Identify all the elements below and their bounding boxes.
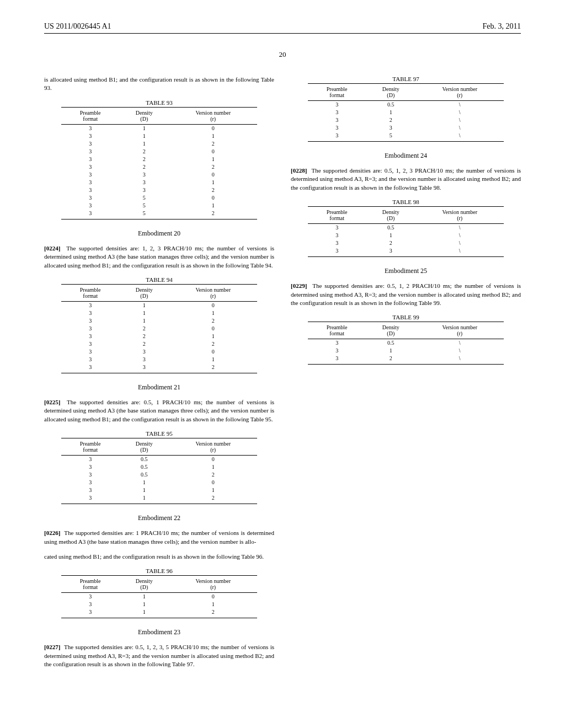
page-number: 20 xyxy=(44,50,521,59)
table-cell: 1 xyxy=(119,309,169,317)
table-cell: 0 xyxy=(169,171,257,179)
table-row: 322 xyxy=(61,340,257,348)
table-row: 321 xyxy=(61,156,257,163)
para-text-0229: The supported densities are: 0.5, 1, 2 P… xyxy=(291,282,521,306)
publication-number: US 2011/0026445 A1 xyxy=(44,22,111,31)
table-row: 330 xyxy=(61,348,257,356)
table-cell: 1 xyxy=(169,333,257,340)
table-header-cell: Density(D) xyxy=(366,322,416,339)
table-cell: 1 xyxy=(119,301,169,309)
table-row: 330 xyxy=(61,171,257,179)
table-cell: 2 xyxy=(119,333,169,340)
content-columns: is allocated using method B1; and the co… xyxy=(44,76,521,682)
table-cell: \ xyxy=(416,239,504,247)
publication-date: Feb. 3, 2011 xyxy=(483,22,521,31)
table-cell: 0 xyxy=(169,348,257,356)
embodiment-23-title: Embodiment 23 xyxy=(44,628,274,636)
intro-paragraph-right: cated using method B1; and the configura… xyxy=(44,553,274,561)
table-cell: 3 xyxy=(119,363,169,373)
table-cell: 5 xyxy=(119,194,169,202)
table-row: 32\ xyxy=(308,116,503,124)
para-text-0225: The supported densities are: 0.5, 1 PRAC… xyxy=(44,399,274,422)
table-cell: 3 xyxy=(61,124,119,132)
table-header-cell: Version number(r) xyxy=(169,576,257,593)
table-cell: 3 xyxy=(61,340,119,348)
table-97: PreambleformatDensity(D)Version number(r… xyxy=(308,83,503,142)
table-cell: \ xyxy=(416,232,504,239)
table-row: 31\ xyxy=(308,232,503,239)
embodiment-23-text: [0227] The supported densities are: 0.5,… xyxy=(44,643,274,668)
para-num-0225: [0225] xyxy=(44,399,60,405)
table-cell: 3 xyxy=(119,186,169,194)
table-row: 30.52 xyxy=(61,471,257,479)
table-header-cell: Density(D) xyxy=(119,107,169,124)
table-row: 30.5\ xyxy=(308,101,503,109)
table-99: PreambleformatDensity(D)Version number(r… xyxy=(308,322,503,365)
para-num-0226: [0226] xyxy=(44,529,60,536)
table-header-cell: Version number(r) xyxy=(416,84,504,101)
para-text-0226: The supported densities are: 1 PRACH/10 … xyxy=(44,529,274,544)
table-row: 320 xyxy=(61,325,257,333)
table-93-title: TABLE 93 xyxy=(44,99,274,106)
table-row: 30.51 xyxy=(61,463,257,471)
table-row: 312 xyxy=(61,140,257,148)
table-row: 350 xyxy=(61,194,257,202)
table-cell: \ xyxy=(416,101,504,109)
table-cell: 0 xyxy=(169,194,257,202)
table-header-cell: Density(D) xyxy=(366,207,416,224)
table-cell: 3 xyxy=(61,486,119,494)
table-95-title: TABLE 95 xyxy=(44,430,274,437)
table-cell: \ xyxy=(416,339,504,347)
table-cell: 1 xyxy=(366,109,416,116)
table-cell: 0 xyxy=(169,593,257,601)
table-cell: 2 xyxy=(366,239,416,247)
table-cell: 0.5 xyxy=(366,101,416,109)
table-cell: 2 xyxy=(169,340,257,348)
table-cell: 3 xyxy=(61,608,119,618)
table-header-cell: Version number(r) xyxy=(169,107,257,124)
table-row: 311 xyxy=(61,601,257,608)
table-97-title: TABLE 97 xyxy=(291,76,521,82)
table-row: 35\ xyxy=(308,132,503,142)
table-cell: 1 xyxy=(169,601,257,608)
table-header-cell: Version number(r) xyxy=(416,322,504,339)
table-row: 352 xyxy=(61,210,257,220)
table-header-cell: Preambleformat xyxy=(61,107,119,124)
table-cell: 1 xyxy=(119,601,169,608)
table-row: 321 xyxy=(61,333,257,340)
table-cell: 3 xyxy=(61,309,119,317)
table-cell: 3 xyxy=(61,494,119,504)
table-cell: 2 xyxy=(119,148,169,156)
table-cell: 2 xyxy=(169,608,257,618)
table-row: 331 xyxy=(61,179,257,186)
table-cell: 5 xyxy=(366,132,416,142)
table-cell: 5 xyxy=(119,210,169,220)
table-cell: 3 xyxy=(308,355,366,365)
table-cell: 2 xyxy=(119,163,169,171)
table-cell: 1 xyxy=(119,124,169,132)
table-cell: 5 xyxy=(119,202,169,210)
table-cell: 2 xyxy=(119,156,169,163)
table-cell: 1 xyxy=(119,317,169,325)
table-row: 32\ xyxy=(308,355,503,365)
table-row: 310 xyxy=(61,479,257,486)
embodiment-22-text: [0226] The supported densities are: 1 PR… xyxy=(44,529,274,546)
table-cell: 3 xyxy=(61,593,119,601)
table-cell: 1 xyxy=(169,156,257,163)
table-cell: 1 xyxy=(119,132,169,140)
table-cell: \ xyxy=(416,132,504,142)
table-row: 311 xyxy=(61,132,257,140)
table-cell: 0.5 xyxy=(119,463,169,471)
table-cell: 0 xyxy=(169,456,257,464)
table-cell: 1 xyxy=(119,608,169,618)
table-cell: 3 xyxy=(61,456,119,464)
table-cell: 3 xyxy=(61,348,119,356)
table-cell: 3 xyxy=(61,356,119,363)
table-cell: 3 xyxy=(308,116,366,124)
table-row: 30.5\ xyxy=(308,339,503,347)
table-row: 311 xyxy=(61,486,257,494)
table-cell: 3 xyxy=(61,156,119,163)
table-cell: \ xyxy=(416,355,504,365)
para-num-0228: [0228] xyxy=(291,167,307,174)
table-cell: 3 xyxy=(61,301,119,309)
